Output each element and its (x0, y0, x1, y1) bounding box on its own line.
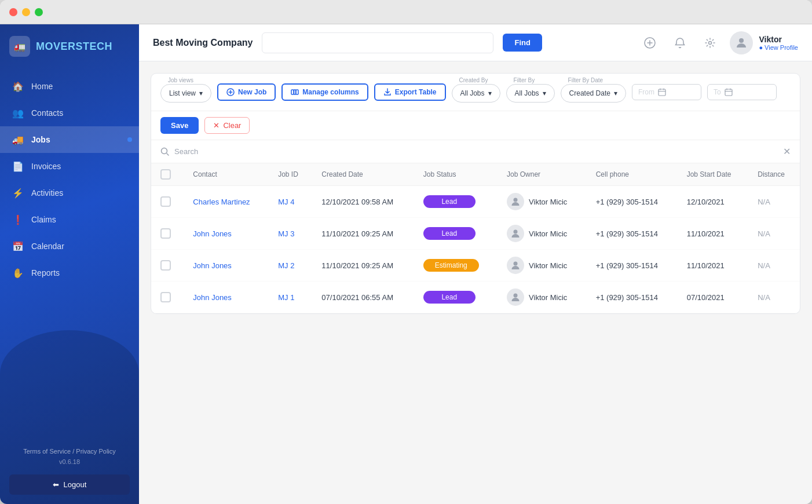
chevron-down-icon: ▾ (543, 89, 546, 97)
job-status-cell: Estimating (414, 250, 498, 282)
job-status-cell: Lead (414, 218, 498, 250)
logout-button[interactable]: ⬅ Logout (9, 474, 130, 495)
clear-button[interactable]: ✕ Clear (204, 117, 250, 134)
filter-row: Save ✕ Clear (151, 111, 800, 140)
header-actions: Viktor ● View Profile (639, 31, 798, 54)
owner-name: Viktor Micic (529, 229, 567, 238)
created-by-select[interactable]: All Jobs ▾ (452, 84, 500, 103)
logo-icon: 🚛 (9, 36, 30, 57)
contact-link[interactable]: John Jones (193, 229, 232, 238)
export-table-button[interactable]: Export Table (374, 83, 446, 101)
svg-point-10 (514, 198, 518, 202)
sidebar-item-contacts[interactable]: 👥 Contacts (0, 100, 139, 126)
svg-point-1 (709, 41, 712, 44)
privacy-link[interactable]: Privacy Policy (76, 448, 115, 455)
cell-phone-cell: +1 (929) 305-1514 (587, 218, 678, 250)
sidebar-item-claims[interactable]: ❗ Claims (0, 206, 139, 233)
table-body: Charles Martinez MJ 4 12/10/2021 09:58 A… (151, 186, 800, 313)
maximize-dot[interactable] (35, 8, 43, 16)
job-status-cell: Lead (414, 282, 498, 313)
distance-value: N/A (758, 293, 770, 302)
row-checkbox[interactable] (160, 228, 171, 239)
cell-phone-cell: +1 (929) 305-1514 (587, 250, 678, 282)
close-dot[interactable] (9, 8, 17, 16)
row-checkbox[interactable] (160, 292, 171, 302)
filter-by-select[interactable]: All Jobs ▾ (506, 84, 555, 103)
sidebar-item-home[interactable]: 🏠 Home (0, 73, 139, 100)
view-profile-link[interactable]: ● View Profile (759, 44, 798, 51)
content-area: Job views List view ▾ New Job (139, 61, 812, 504)
th-created-date: Created Date (312, 163, 414, 186)
select-all-checkbox[interactable] (160, 169, 171, 180)
new-job-icon (226, 88, 235, 96)
sidebar-footer: Terms of Service / Privacy Policy v0.6.1… (0, 439, 139, 504)
search-clear-button[interactable]: ✕ (783, 146, 791, 157)
th-checkbox (151, 163, 184, 186)
job-id-link[interactable]: MJ 4 (278, 198, 294, 206)
from-date-input[interactable]: From (632, 84, 701, 100)
contact-link[interactable]: John Jones (193, 261, 232, 270)
sidebar-item-label: Reports (31, 268, 60, 277)
to-date-input[interactable]: To (707, 84, 777, 100)
find-button[interactable]: Find (503, 34, 542, 52)
row-checkbox-cell (151, 218, 184, 250)
titlebar (0, 0, 812, 24)
filter-by-date-value: Created Date (569, 89, 610, 97)
plus-circle-icon (644, 37, 656, 49)
contact-link[interactable]: Charles Martinez (193, 198, 250, 206)
table-search-input[interactable] (174, 147, 778, 156)
sidebar-item-label: Invoices (31, 162, 61, 171)
sidebar-item-label: Activities (31, 188, 63, 198)
job-id-link[interactable]: MJ 3 (278, 229, 294, 238)
created-date-cell: 12/10/2021 09:58 AM (312, 186, 414, 218)
add-button[interactable] (639, 32, 660, 53)
filter-by-date-select[interactable]: Created Date ▾ (561, 84, 626, 103)
contact-link[interactable]: John Jones (193, 293, 232, 302)
sidebar-version: v0.6.18 (9, 458, 130, 465)
svg-rect-4 (291, 90, 294, 94)
created-by-group: Created By All Jobs ▾ (452, 82, 500, 103)
job-start-date-cell: 11/10/2021 (678, 250, 749, 282)
manage-columns-button[interactable]: Manage columns (281, 83, 368, 101)
created-date-cell: 11/10/2021 09:25 AM (312, 218, 414, 250)
bell-icon (674, 37, 686, 49)
settings-button[interactable] (700, 32, 720, 53)
status-badge: Lead (423, 227, 476, 240)
header-row: Contact Job ID Created Date Job Status J… (151, 163, 800, 186)
sidebar-item-jobs[interactable]: 🚚 Jobs (0, 126, 139, 153)
table-header: Contact Job ID Created Date Job Status J… (151, 163, 800, 186)
job-owner-cell: Viktor Micic (498, 250, 587, 282)
filter-by-date-label: Filter By Date (566, 77, 605, 83)
terms-link[interactable]: Terms of Service (23, 448, 71, 455)
minimize-dot[interactable] (22, 8, 30, 16)
table-row: John Jones MJ 1 07/10/2021 06:55 AM Lead (151, 282, 800, 313)
filter-by-group: Filter By All Jobs ▾ (506, 82, 555, 103)
export-icon (383, 88, 392, 96)
distance-cell: N/A (748, 218, 800, 250)
row-checkbox[interactable] (160, 196, 171, 207)
job-id-link[interactable]: MJ 2 (278, 261, 294, 270)
table-row: Charles Martinez MJ 4 12/10/2021 09:58 A… (151, 186, 800, 218)
toolbar: Job views List view ▾ New Job (151, 74, 800, 111)
th-job-owner: Job Owner (498, 163, 587, 186)
sidebar-item-reports[interactable]: ✋ Reports (0, 260, 139, 286)
sidebar-item-calendar[interactable]: 📅 Calendar (0, 233, 139, 260)
job-owner-cell: Viktor Micic (498, 218, 587, 250)
save-button[interactable]: Save (160, 117, 199, 134)
row-checkbox-cell (151, 250, 184, 282)
row-checkbox[interactable] (160, 260, 171, 271)
owner-name: Viktor Micic (529, 293, 567, 302)
global-search-input[interactable] (262, 32, 493, 53)
to-label: To (714, 88, 721, 96)
th-job-start-date: Job Start Date (678, 163, 749, 186)
notifications-button[interactable] (670, 32, 690, 53)
sidebar-item-activities[interactable]: ⚡ Activities (0, 180, 139, 206)
sidebar-item-invoices[interactable]: 📄 Invoices (0, 153, 139, 180)
list-view-select[interactable]: List view ▾ (160, 84, 211, 103)
app-body: 🚛 MOVERSTECH 🏠 Home 👥 Contacts 🚚 Jobs (0, 24, 812, 504)
new-job-button[interactable]: New Job (217, 83, 276, 101)
distance-cell: N/A (748, 186, 800, 218)
owner-avatar (507, 288, 524, 306)
sidebar-item-label: Contacts (31, 108, 63, 118)
job-id-link[interactable]: MJ 1 (278, 293, 294, 302)
